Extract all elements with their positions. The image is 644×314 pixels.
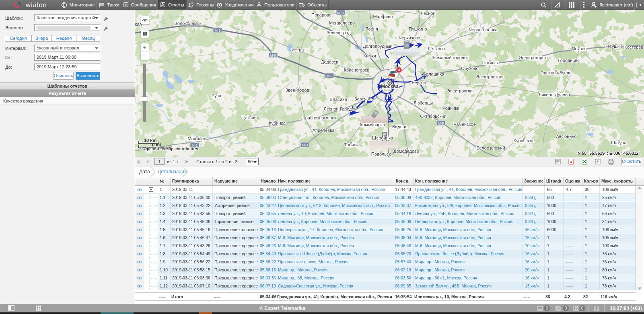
svg-text:Родники: Родники <box>442 106 459 111</box>
svg-text:Заречье: Заречье <box>354 96 371 101</box>
svg-text:М-3: М-3 <box>302 143 308 147</box>
svg-text:Москва: Москва <box>381 84 399 89</box>
svg-text:М-9: М-9 <box>327 74 333 78</box>
svg-text:Лесной: Лесной <box>420 11 435 16</box>
svg-text:Краснознаменск: Краснознаменск <box>302 115 336 120</box>
svg-text:Красногорск: Красногорск <box>344 68 369 72</box>
svg-text:Костерёво: Костерёво <box>624 45 644 49</box>
svg-text:М-5: М-5 <box>438 121 444 125</box>
svg-text:Балашиха: Балашиха <box>423 72 444 76</box>
svg-text:Видное: Видное <box>392 124 407 129</box>
svg-text:Власиха: Власиха <box>329 97 347 102</box>
svg-text:Авсюнино: Авсюнино <box>556 134 576 139</box>
svg-text:Электроугли: Электроугли <box>447 88 473 93</box>
svg-text:Люберцы: Люберцы <box>414 101 433 105</box>
svg-text:© OpenStreetMap contributors: © OpenStreetMap contributors <box>140 147 198 151</box>
svg-text:М-9: М-9 <box>270 53 276 57</box>
svg-text:Звездный городок: Звездный городок <box>432 55 469 60</box>
svg-text:N 55° 55.5619' : E 036° 45.681: N 55° 55.5619' : E 036° 45.6812' <box>578 151 640 156</box>
svg-text:Реутов: Реутов <box>412 80 426 85</box>
svg-text:Октябрьский: Октябрьский <box>420 114 446 119</box>
svg-text:М-9: М-9 <box>215 29 221 33</box>
svg-text:Электрогорск: Электрогорск <box>519 55 547 60</box>
svg-text:Белоозерский: Белоозерский <box>476 146 505 150</box>
svg-text:Зеленоград: Зеленоград <box>327 30 351 35</box>
svg-text:A: A <box>570 160 572 164</box>
svg-text:Электросталь: Электросталь <box>476 74 505 79</box>
svg-text:3: 3 <box>398 68 400 72</box>
svg-text:Щербинка: Щербинка <box>372 135 393 140</box>
svg-text:М-11: М-11 <box>337 11 345 15</box>
svg-text:Ликино-Дулёво: Ликино-Дулёво <box>539 92 570 97</box>
svg-text:Долгопрудный: Долгопрудный <box>363 44 392 49</box>
svg-text:Лесной Городок: Лесной Городок <box>324 107 356 111</box>
svg-text:Городищи: Городищи <box>558 58 578 63</box>
